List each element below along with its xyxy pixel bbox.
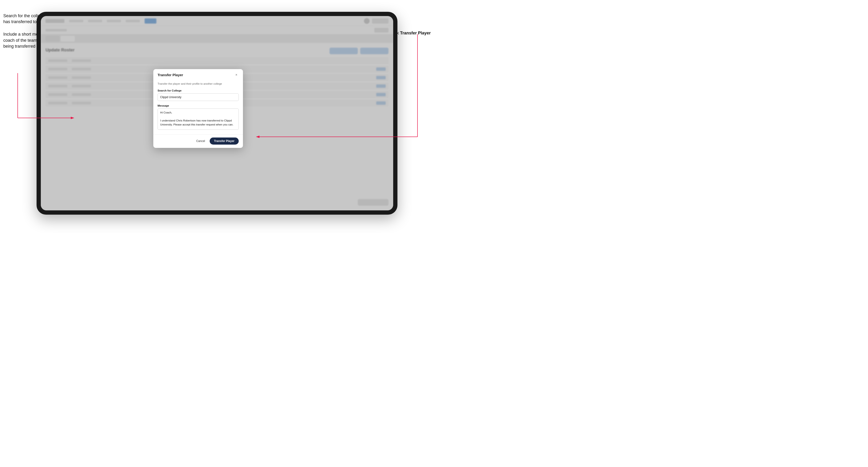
- message-label: Message: [158, 104, 239, 107]
- transfer-player-button[interactable]: Transfer Player: [210, 137, 239, 145]
- modal-close-button[interactable]: ×: [234, 72, 239, 77]
- modal-footer: Cancel Transfer Player: [153, 134, 243, 148]
- cancel-button[interactable]: Cancel: [194, 138, 207, 144]
- modal-body: Transfer the player and their profile to…: [153, 80, 243, 134]
- search-college-label: Search for College: [158, 89, 239, 92]
- annotation-transfer-bold: Transfer Player: [400, 31, 431, 35]
- modal-description: Transfer the player and their profile to…: [158, 82, 239, 86]
- tablet-screen: Update Roster: [41, 16, 393, 210]
- modal-header: Transfer Player ×: [153, 69, 243, 80]
- modal-title: Transfer Player: [158, 73, 183, 77]
- tablet-frame: Update Roster: [36, 12, 398, 215]
- transfer-player-modal: Transfer Player × Transfer the player an…: [153, 69, 243, 148]
- modal-overlay: Transfer Player × Transfer the player an…: [41, 16, 393, 210]
- search-college-input[interactable]: [158, 93, 239, 101]
- message-textarea[interactable]: [158, 108, 239, 130]
